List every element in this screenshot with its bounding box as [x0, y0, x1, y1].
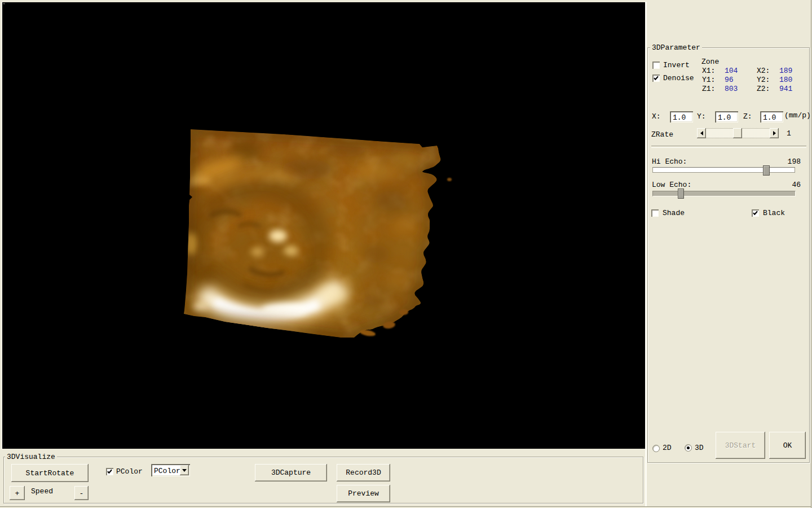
- zone-x1-label: X1:: [702, 67, 715, 75]
- zone-y1-label: Y1:: [702, 76, 715, 84]
- mode-3d-radio[interactable]: [685, 444, 692, 452]
- z-scale-input[interactable]: 1.0: [760, 111, 783, 122]
- x-scale-input[interactable]: 1.0: [670, 111, 693, 122]
- checkmark-icon: [653, 75, 659, 81]
- z-scale-value: 1.0: [763, 114, 776, 122]
- checkmark-icon: [752, 210, 758, 216]
- speed-minus-label: -: [80, 489, 84, 498]
- zone-y2-label: Y2:: [757, 76, 770, 84]
- zone-z1-label: Z1:: [702, 85, 715, 93]
- speed-plus-button[interactable]: +: [10, 486, 25, 500]
- shade-checkbox[interactable]: [651, 209, 659, 217]
- window-right-edge: [811, 0, 811, 508]
- record3d-button-label: Record3D: [346, 468, 381, 477]
- zone-z2-label: Z2:: [757, 85, 770, 93]
- zone-x2-label: X2:: [757, 67, 770, 75]
- invert-checkbox[interactable]: [652, 62, 660, 69]
- app-window: 3DParameter Invert Denoise Zone X1: 104 …: [0, 0, 812, 508]
- zone-z2-value: 941: [779, 85, 792, 93]
- record3d-button[interactable]: Record3D: [337, 464, 390, 481]
- panel-divider: [645, 2, 647, 506]
- low-echo-value: 46: [787, 181, 801, 189]
- speed-label: Speed: [31, 488, 53, 496]
- zone-x2-value: 189: [779, 67, 792, 75]
- hi-echo-label: Hi Echo:: [652, 158, 687, 166]
- speed-minus-button[interactable]: -: [74, 486, 89, 500]
- group-3dparameter-title: 3DParameter: [650, 44, 702, 52]
- pcolor-checkbox[interactable]: [106, 468, 113, 475]
- z-scale-label: Z:: [743, 113, 752, 121]
- pcolor-dropdown-value: PColor: [154, 467, 180, 475]
- viewport-3d[interactable]: [2, 2, 645, 449]
- x-scale-value: 1.0: [673, 114, 686, 122]
- left-arrow-icon: [700, 131, 703, 135]
- pcolor-checkbox-label: PColor: [116, 468, 143, 476]
- mode-3d-label: 3D: [695, 444, 704, 452]
- 3dcapture-button-label: 3DCapture: [271, 468, 311, 477]
- hi-echo-slider-thumb[interactable]: [763, 165, 770, 176]
- mode-2d-label: 2D: [663, 444, 672, 452]
- start-rotate-button[interactable]: StartRotate: [11, 464, 89, 482]
- zrate-label: ZRate: [651, 131, 673, 139]
- y-scale-input[interactable]: 1.0: [715, 111, 738, 122]
- start-rotate-button-label: StartRotate: [26, 469, 74, 478]
- denoise-checkbox[interactable]: [652, 75, 660, 82]
- checkmark-icon: [107, 468, 113, 475]
- zrate-scrollbar[interactable]: [697, 128, 779, 138]
- y-scale-label: Y:: [697, 113, 706, 121]
- scale-unit-label: (mm/p): [784, 112, 811, 120]
- pcolor-dropdown[interactable]: PColor: [151, 464, 190, 476]
- 3dcapture-button[interactable]: 3DCapture: [255, 464, 327, 481]
- 3dstart-button-label: 3DStart: [725, 441, 756, 450]
- low-echo-slider-thumb[interactable]: [678, 189, 684, 199]
- ok-button[interactable]: OK: [769, 432, 806, 459]
- zone-y1-value: 96: [725, 76, 734, 84]
- window-bottom-edge: [0, 506, 811, 507]
- zone-title: Zone: [701, 58, 719, 66]
- group-3dvisualize-title: 3DVisualize: [5, 453, 57, 461]
- shade-label: Shade: [663, 209, 685, 217]
- group-3dparameter: [647, 47, 810, 463]
- zrate-left-arrow[interactable]: [697, 128, 706, 138]
- zrate-thumb[interactable]: [733, 128, 742, 138]
- zrate-right-arrow[interactable]: [770, 128, 779, 138]
- low-echo-label: Low Echo:: [652, 181, 691, 189]
- hi-echo-value: 198: [787, 158, 801, 166]
- mode-2d-radio[interactable]: [652, 445, 660, 452]
- ultrasound-render: [2, 2, 645, 449]
- zone-z1-value: 803: [725, 85, 738, 93]
- preview-button[interactable]: Preview: [337, 485, 390, 502]
- zone-y2-value: 180: [779, 76, 792, 84]
- right-arrow-icon: [773, 131, 776, 135]
- zone-x1-value: 104: [725, 67, 738, 75]
- separator: [651, 146, 806, 148]
- x-scale-label: X:: [652, 113, 661, 121]
- low-echo-slider-track[interactable]: [652, 191, 796, 196]
- denoise-label: Denoise: [663, 75, 694, 82]
- y-scale-value: 1.0: [718, 114, 731, 122]
- pcolor-dropdown-button[interactable]: [180, 465, 189, 475]
- speed-plus-label: +: [15, 489, 20, 498]
- black-label: Black: [763, 209, 785, 217]
- ok-button-label: OK: [783, 441, 792, 450]
- black-checkbox[interactable]: [752, 209, 759, 217]
- 3dstart-button[interactable]: 3DStart: [716, 432, 765, 459]
- invert-label: Invert: [663, 62, 690, 69]
- hi-echo-slider-track[interactable]: [652, 167, 795, 173]
- chevron-down-icon: [182, 469, 187, 472]
- preview-button-label: Preview: [348, 489, 379, 498]
- zrate-value: 1: [787, 130, 791, 138]
